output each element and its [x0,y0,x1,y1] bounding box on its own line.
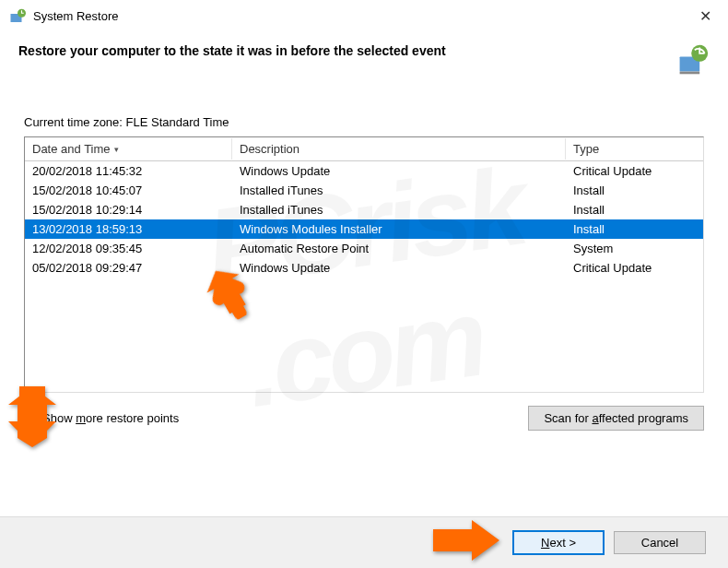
cell-type: Install [566,183,703,198]
cell-description: Automatic Restore Point [232,241,566,256]
close-button[interactable]: ✕ [692,7,719,25]
cell-type: Critical Update [566,260,703,276]
column-header-date[interactable]: Date and Time▾ [25,138,232,160]
cell-description: Installed iTunes [232,183,566,198]
cell-date: 05/02/2018 09:29:47 [25,260,232,276]
cell-description: Windows Modules Installer [232,221,566,237]
show-more-checkbox[interactable]: ✓ Show more restore points [24,411,528,425]
column-header-description[interactable]: Description [232,138,566,160]
table-row[interactable]: 20/02/2018 11:45:32Windows UpdateCritica… [25,161,703,181]
cell-description: Windows Update [232,163,566,179]
table-row[interactable]: 13/02/2018 18:59:13Windows Modules Insta… [25,219,703,239]
table-row[interactable]: 15/02/2018 10:45:07Installed iTunesInsta… [25,181,703,200]
footer-row: ✓ Show more restore points Scan for affe… [0,393,728,431]
cell-date: 13/02/2018 18:59:13 [25,221,232,237]
cell-date: 12/02/2018 09:35:45 [25,241,232,256]
cell-type: System [566,241,703,256]
cell-description: Windows Update [232,260,566,276]
checkbox-label: Show more restore points [42,411,179,425]
cancel-button[interactable]: Cancel [614,531,706,554]
cell-description: Installed iTunes [232,202,566,218]
table-row[interactable]: 15/02/2018 10:29:14Installed iTunesInsta… [25,200,703,219]
svg-rect-3 [680,72,700,75]
annotation-arrow-icon [431,518,501,562]
column-header-type[interactable]: Type [566,138,703,160]
header-text: Restore your computer to the state it wa… [18,43,676,58]
table-row[interactable]: 05/02/2018 09:29:47Windows UpdateCritica… [25,258,703,278]
restore-points-table: Date and Time▾ Description Type 20/02/20… [24,136,704,393]
sort-descending-icon: ▾ [114,145,119,154]
annotation-arrow-icon [6,385,58,449]
scan-affected-button[interactable]: Scan for affected programs [528,406,704,431]
titlebar: System Restore ✕ [0,0,728,30]
cell-date: 15/02/2018 10:45:07 [25,183,232,198]
next-button[interactable]: Next > [512,530,605,555]
table-header: Date and Time▾ Description Type [25,137,703,161]
cell-date: 15/02/2018 10:29:14 [25,202,232,218]
cell-type: Critical Update [566,163,703,179]
cell-type: Install [566,221,703,237]
cell-type: Install [566,202,703,218]
table-row[interactable]: 12/02/2018 09:35:45Automatic Restore Poi… [25,239,703,258]
restore-header-icon [676,43,710,77]
header: Restore your computer to the state it wa… [0,30,728,77]
cell-date: 20/02/2018 11:45:32 [25,163,232,179]
window-title: System Restore [33,9,692,23]
timezone-label: Current time zone: FLE Standard Time [0,77,728,136]
bottom-bar: Next > Cancel [0,516,728,568]
system-restore-icon [9,8,26,25]
